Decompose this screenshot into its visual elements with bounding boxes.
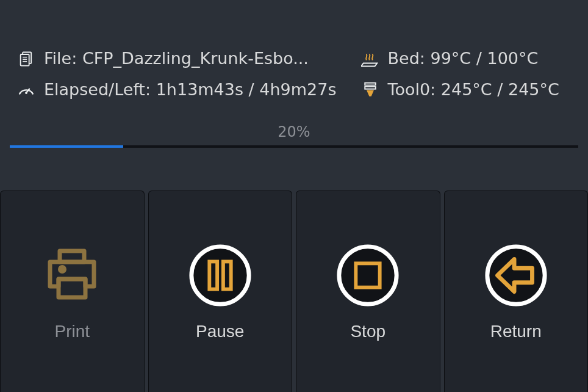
svg-point-11 [58,265,66,274]
file-row: File: CFP_Dazzling_Krunk-Esbo... [17,49,337,68]
return-label: Return [490,322,542,341]
gauge-icon [17,81,35,99]
svg-rect-7 [365,82,376,85]
stop-label: Stop [350,322,385,341]
progress-section: 20% [0,123,588,148]
return-button[interactable]: Return [444,191,589,392]
progress-label: 20% [10,123,578,140]
action-button-row: Print Pause Stop [0,191,588,392]
tool-text: Tool0: 245°C / 245°C [388,80,559,99]
extruder-icon [361,81,379,99]
stop-button[interactable]: Stop [296,191,440,392]
progress-bar [10,145,578,148]
svg-rect-8 [365,87,376,89]
bed-row: Bed: 99°C / 100°C [361,49,572,68]
svg-rect-10 [59,279,85,297]
time-text: Elapsed/Left: 1h13m43s / 4h9m27s [44,80,337,99]
tool-row: Tool0: 245°C / 245°C [361,80,572,99]
status-panel: File: CFP_Dazzling_Krunk-Esbo... Bed: 99… [0,0,588,99]
bed-icon [361,49,379,68]
svg-point-6 [25,92,27,94]
printer-icon [39,242,105,308]
progress-fill [10,145,123,148]
file-text: File: CFP_Dazzling_Krunk-Esbo... [44,49,309,68]
pause-label: Pause [196,322,244,341]
file-icon [17,49,35,68]
print-button: Print [0,191,145,392]
svg-rect-1 [21,54,29,66]
print-label: Print [54,322,90,341]
pause-icon [187,242,253,308]
return-arrow-icon [483,242,549,308]
bed-text: Bed: 99°C / 100°C [388,49,539,68]
stop-icon [335,242,401,308]
pause-button[interactable]: Pause [148,191,293,392]
time-row: Elapsed/Left: 1h13m43s / 4h9m27s [17,80,337,99]
